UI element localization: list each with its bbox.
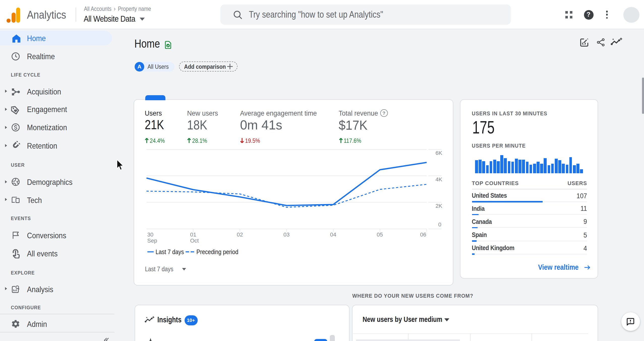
svg-text:05: 05 <box>377 231 383 238</box>
svg-text:2K: 2K <box>435 203 442 209</box>
svg-text:Oct: Oct <box>190 237 199 244</box>
svg-text:04: 04 <box>330 231 336 238</box>
svg-text:01: 01 <box>190 231 196 238</box>
svg-text:Sep: Sep <box>147 237 157 244</box>
svg-text:30: 30 <box>147 231 153 238</box>
svg-text:6K: 6K <box>435 150 442 156</box>
svg-text:03: 03 <box>283 231 289 238</box>
svg-text:0: 0 <box>438 221 441 228</box>
svg-text:4K: 4K <box>435 176 442 183</box>
svg-text:02: 02 <box>237 231 243 238</box>
svg-text:06: 06 <box>420 231 426 238</box>
